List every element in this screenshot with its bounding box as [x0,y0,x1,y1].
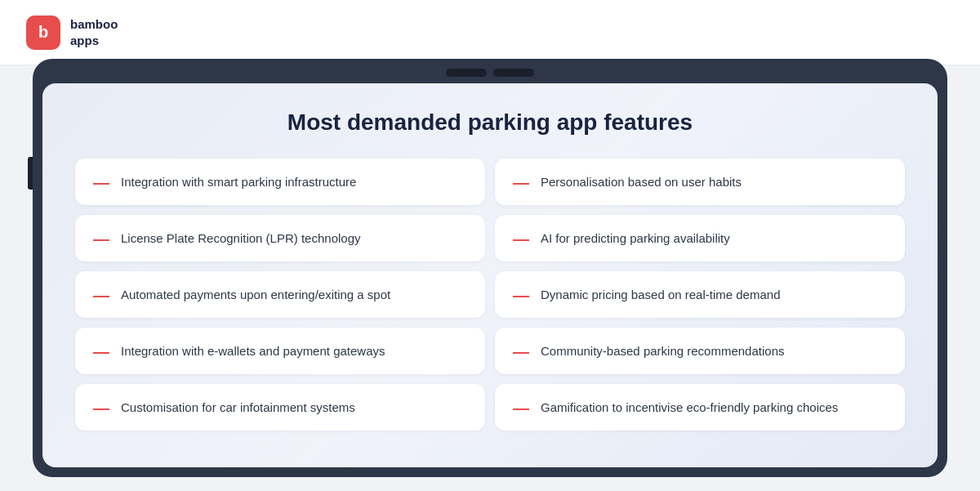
feature-text-left-4: Customisation for car infotainment syste… [121,399,355,416]
dash-icon-right-1: — [513,230,529,247]
feature-text-left-2: Automated payments upon entering/exiting… [121,286,390,303]
feature-card-left-2: — Automated payments upon entering/exiti… [75,271,485,318]
logo-line2: apps [70,33,118,49]
device-notch-right [493,69,534,77]
device-screen: Most demanded parking app features — Int… [42,83,938,467]
device-notch-left [446,69,487,77]
device-frame: Most demanded parking app features — Int… [33,59,947,477]
feature-text-left-3: Integration with e-wallets and payment g… [121,342,385,359]
device-wrapper: Most demanded parking app features — Int… [33,59,947,477]
feature-card-left-4: — Customisation for car infotainment sys… [75,384,485,431]
feature-card-right-0: — Personalisation based on user habits [495,158,905,205]
device-side-button [28,157,33,190]
dash-icon-left-1: — [93,230,109,247]
dash-icon-right-3: — [513,343,529,359]
feature-text-right-1: AI for predicting parking availability [541,230,730,247]
feature-card-right-3: — Community-based parking recommendation… [495,328,905,374]
features-grid: — Integration with smart parking infrast… [75,158,905,431]
section-title: Most demanded parking app features [75,109,905,136]
logo: b bamboo apps [26,16,118,50]
logo-text: bamboo apps [70,16,118,48]
feature-card-left-3: — Integration with e-wallets and payment… [75,328,485,374]
feature-card-right-4: — Gamification to incentivise eco-friend… [495,384,905,431]
logo-line1: bamboo [70,16,118,33]
dash-icon-right-4: — [513,399,529,416]
feature-text-left-0: Integration with smart parking infrastru… [121,173,356,190]
feature-card-left-1: — License Plate Recognition (LPR) techno… [75,215,485,261]
dash-icon-right-2: — [513,287,529,303]
feature-text-left-1: License Plate Recognition (LPR) technolo… [121,230,361,247]
device-notch-area [42,69,938,77]
feature-text-right-0: Personalisation based on user habits [541,173,742,190]
top-bar: b bamboo apps [0,0,980,65]
dash-icon-left-0: — [93,174,109,190]
dash-icon-left-2: — [93,287,109,303]
logo-icon: b [26,16,60,50]
feature-text-right-3: Community-based parking recommendations [541,342,784,359]
dash-icon-right-0: — [513,174,529,190]
feature-text-right-4: Gamification to incentivise eco-friendly… [541,399,838,416]
feature-card-left-0: — Integration with smart parking infrast… [75,158,485,205]
feature-card-right-2: — Dynamic pricing based on real-time dem… [495,271,905,318]
feature-text-right-2: Dynamic pricing based on real-time deman… [541,286,780,303]
feature-card-right-1: — AI for predicting parking availability [495,215,905,261]
dash-icon-left-4: — [93,399,109,416]
dash-icon-left-3: — [93,343,109,359]
logo-letter: b [38,23,48,42]
